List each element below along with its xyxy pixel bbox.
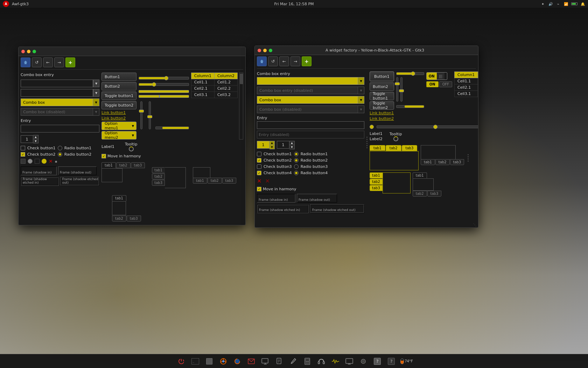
add-button[interactable]: + (65, 57, 75, 67)
w2-combo-entry[interactable]: ▼ (257, 77, 364, 85)
w2-combobox-arrow[interactable]: ▼ (358, 96, 364, 103)
option-menu1[interactable]: Option menu1 ▼ (102, 122, 136, 130)
w2-hslider1[interactable] (396, 72, 424, 75)
w2-tab3-3[interactable]: tab3 (370, 185, 383, 191)
combo-box-arrow[interactable]: ▼ (93, 99, 99, 106)
tab2-1-item[interactable]: tab1 (152, 167, 165, 173)
w2-tab3-2[interactable]: tab2 (370, 179, 383, 185)
w2-check2[interactable]: ✓ (257, 158, 261, 163)
spin-up-btn[interactable]: ▲ (33, 135, 38, 139)
hslider3[interactable] (155, 127, 189, 129)
audio-taskbar-btn[interactable] (357, 356, 370, 367)
swatch1[interactable] (21, 159, 26, 164)
scrollbar-thumb[interactable] (240, 74, 243, 84)
calculator-taskbar-btn[interactable] (301, 356, 314, 367)
link-btn2[interactable]: Link button2 (102, 116, 136, 121)
help1-taskbar-btn[interactable]: ? (371, 356, 384, 367)
terminal-taskbar-btn[interactable]: _ (189, 356, 202, 367)
chrome-taskbar-btn[interactable] (217, 356, 230, 367)
window1-close-btn[interactable] (21, 50, 25, 53)
w2-back-btn[interactable]: ← (279, 56, 289, 66)
refresh-button[interactable]: ↺ (32, 57, 42, 67)
w2-link1[interactable]: Link button1 (370, 111, 394, 115)
tab2-item[interactable]: tab2 (116, 162, 131, 168)
w2-hslider2[interactable] (396, 105, 424, 108)
button2[interactable]: Button2 (102, 82, 136, 90)
w2-tab1-2[interactable]: tab2 (386, 145, 401, 151)
w2-button1[interactable]: Button1 (370, 71, 394, 81)
tab4-1-item[interactable]: tab1 (112, 195, 126, 201)
w2-vslider1[interactable] (396, 77, 398, 102)
help2-taskbar-btn[interactable]: ? (385, 356, 398, 367)
check1[interactable] (21, 146, 25, 150)
w2-combo-arrow1[interactable]: ▼ (358, 77, 364, 84)
hslider1[interactable] (139, 77, 189, 80)
window1-max-btn[interactable] (33, 50, 36, 53)
window2-min-btn[interactable] (263, 49, 267, 52)
scrollbar[interactable] (239, 73, 243, 139)
w2-spin1-down[interactable]: ▼ (270, 145, 274, 149)
w2-radio2[interactable] (294, 158, 299, 163)
window2-close-btn[interactable] (258, 49, 261, 52)
w2-toggle2[interactable]: Toggle button2 (370, 101, 394, 110)
monitor-taskbar-btn[interactable] (343, 356, 356, 367)
tab4-2-item[interactable]: tab2 (112, 216, 126, 222)
w2-radio1[interactable] (294, 152, 299, 156)
chart-taskbar-btn[interactable] (329, 356, 342, 367)
w2-on-btn[interactable]: ON (426, 81, 439, 87)
w2-home-btn[interactable] (257, 56, 267, 66)
button1[interactable]: Button1 (102, 73, 136, 81)
tab3-2-item[interactable]: tab2 (208, 178, 222, 184)
vslider2[interactable] (147, 101, 153, 129)
w2-tab2-1[interactable]: tab1 (421, 159, 435, 165)
w2-tab2-3[interactable]: tab3 (450, 159, 464, 165)
link-btn1[interactable]: Link button1 (102, 110, 136, 115)
w2-refresh-btn[interactable]: ↺ (268, 56, 278, 66)
w2-tab4-2[interactable]: tab2 (413, 191, 427, 197)
spin-input[interactable]: 1 (21, 135, 33, 143)
entry-field[interactable] (21, 125, 99, 132)
window2-max-btn[interactable] (269, 49, 272, 52)
combo-entry-arrow2[interactable]: ▼ (93, 89, 99, 97)
w2-check1[interactable] (257, 152, 261, 156)
w2-check4[interactable]: ✓ (257, 171, 261, 175)
w2-link2[interactable]: Link button2 (370, 116, 394, 121)
w2-button2[interactable]: Button2 (370, 82, 394, 91)
w2-spin2-up[interactable]: ▲ (289, 141, 294, 145)
display-taskbar-btn[interactable] (259, 356, 272, 367)
headphones-taskbar-btn[interactable] (315, 356, 328, 367)
check2[interactable]: ✓ (21, 152, 25, 157)
note-taskbar-btn[interactable] (273, 356, 286, 367)
w2-radio4[interactable] (294, 171, 299, 175)
w2-toggle1[interactable]: Toggle button1 (370, 92, 394, 100)
option-menu2[interactable]: Option menu2 ▼ (102, 131, 136, 139)
w2-tab1-3[interactable]: tab3 (402, 145, 418, 151)
tab3-3-item[interactable]: tab3 (222, 178, 237, 184)
window1-min-btn[interactable] (27, 50, 30, 53)
spin-down-btn[interactable]: ▼ (33, 139, 38, 143)
w2-check3[interactable] (257, 164, 261, 169)
pen-taskbar-btn[interactable] (287, 356, 300, 367)
w2-harmony-check[interactable]: ✓ (257, 187, 261, 191)
w2-tab1-1[interactable]: tab1 (370, 145, 385, 151)
w2-tab4-3[interactable]: tab3 (427, 191, 442, 197)
w2-tab3-1[interactable]: tab1 (370, 172, 383, 178)
combo-entry-arrow[interactable]: ▼ (93, 80, 99, 87)
harmony-check[interactable]: ✓ (102, 154, 106, 158)
w2-tab4-1[interactable]: tab1 (413, 172, 427, 178)
radio2[interactable] (58, 152, 62, 157)
w2-scale-switch[interactable]: ON ||| (426, 72, 447, 80)
w2-spin1[interactable]: 1 ▲ ▼ (257, 141, 275, 149)
toggle-btn1[interactable]: Toggle button1 (102, 91, 136, 100)
w2-off-btn[interactable]: OFF (439, 81, 452, 87)
radio1[interactable] (58, 146, 62, 150)
w2-tab2-2[interactable]: tab2 (435, 159, 450, 165)
resize-grip[interactable]: ⋱ (473, 223, 477, 227)
tab3-1-item[interactable]: tab1 (193, 178, 207, 184)
toggle-btn2[interactable]: Toggle button2 (102, 101, 136, 109)
tab2-2-item[interactable]: tab2 (152, 173, 165, 179)
w2-spin1-up[interactable]: ▲ (270, 141, 274, 145)
back-button[interactable]: ← (43, 57, 53, 67)
tab4-3-item[interactable]: tab3 (127, 216, 141, 222)
combo-box[interactable]: Combo box ▼ (21, 98, 99, 106)
